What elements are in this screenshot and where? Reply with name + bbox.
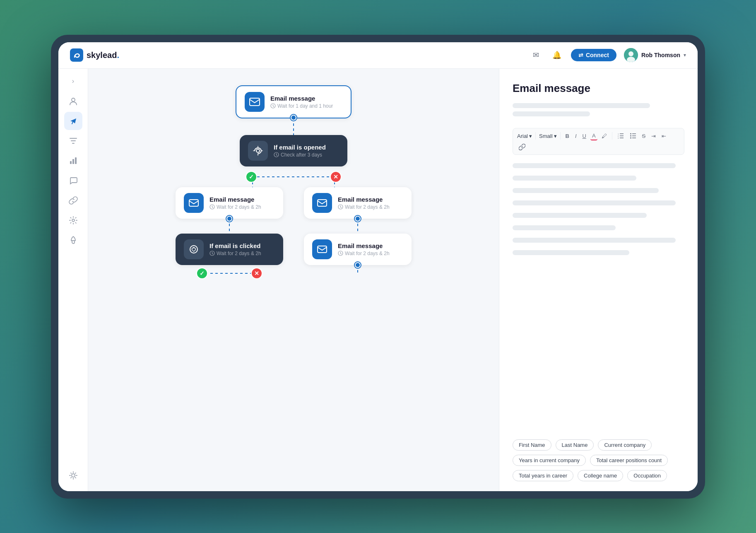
sidebar-item-users[interactable] bbox=[64, 92, 82, 110]
sidebar-item-settings[interactable] bbox=[64, 211, 82, 229]
panel-title: Email message bbox=[513, 82, 684, 95]
svg-point-11 bbox=[256, 149, 260, 152]
sidebar-item-filter[interactable] bbox=[64, 132, 82, 150]
sidebar-item-chat[interactable] bbox=[64, 171, 82, 190]
main-layout: › bbox=[58, 69, 698, 491]
tag-total-years-in-career[interactable]: Total years in career bbox=[513, 470, 573, 481]
toolbar-highlight[interactable]: 🖊 bbox=[600, 132, 609, 140]
bell-icon[interactable]: 🔔 bbox=[550, 48, 563, 62]
tag-college-name[interactable]: College name bbox=[578, 470, 623, 481]
toolbar-divider-1 bbox=[535, 132, 536, 140]
toolbar-indent-in[interactable]: ⇥ bbox=[650, 132, 657, 140]
text-line-1 bbox=[513, 163, 676, 168]
email3-subtitle: Wait for 2 days & 2h bbox=[338, 204, 390, 210]
email1-subtitle: Wait for 1 day and 1 hour bbox=[270, 103, 333, 109]
email2-bottom-connector bbox=[226, 216, 232, 222]
text-line-4 bbox=[513, 200, 676, 205]
email3-bottom-connector bbox=[355, 216, 361, 222]
node-email1[interactable]: Email message Wait for 1 day and 1 hour bbox=[236, 85, 352, 118]
text-line-2 bbox=[513, 176, 636, 181]
check1-title: If email is opened bbox=[274, 144, 326, 151]
connect-button[interactable]: ⇄ Connect bbox=[571, 49, 616, 61]
avatar bbox=[624, 48, 638, 62]
svg-rect-6 bbox=[75, 157, 77, 164]
toolbar-bold[interactable]: B bbox=[564, 132, 571, 140]
svg-point-1 bbox=[628, 51, 633, 56]
node-email2[interactable]: Email message Wait for 2 days & 2h bbox=[176, 187, 283, 219]
sidebar-item-analytics[interactable] bbox=[64, 152, 82, 170]
toolbar-italic[interactable]: I bbox=[573, 132, 578, 140]
toolbar-underline[interactable]: U bbox=[581, 132, 588, 140]
svg-rect-5 bbox=[72, 159, 74, 164]
check1-subtitle: Check after 3 days bbox=[274, 152, 326, 158]
toolbar-strikethrough[interactable]: S bbox=[640, 132, 648, 140]
svg-rect-13 bbox=[189, 200, 198, 206]
svg-rect-4 bbox=[70, 161, 72, 164]
toolbar-unordered-list[interactable] bbox=[628, 132, 638, 140]
svg-point-16 bbox=[193, 247, 195, 248]
email3-icon bbox=[312, 193, 332, 213]
header: skylead. ✉ 🔔 ⇄ Connect bbox=[58, 42, 698, 69]
user-name: Rob Thomson bbox=[641, 52, 680, 58]
email1-bottom-connector bbox=[291, 115, 296, 121]
email1-title: Email message bbox=[270, 95, 333, 102]
tag-total-career-positions-count[interactable]: Total career positions count bbox=[590, 455, 668, 466]
svg-point-33 bbox=[630, 137, 631, 139]
check2-title: If email is clicked bbox=[209, 242, 261, 249]
toolbar-link[interactable] bbox=[517, 143, 527, 151]
node-check2[interactable]: If email is clicked Wait for 2 days & 2h bbox=[176, 234, 283, 265]
tag-years-in-current-company[interactable]: Years in current company bbox=[513, 455, 586, 466]
svg-point-15 bbox=[190, 246, 197, 253]
svg-point-8 bbox=[72, 474, 75, 477]
toolbar-font-color[interactable]: A bbox=[590, 132, 597, 140]
tag-last-name[interactable]: Last Name bbox=[556, 439, 594, 451]
toolbar-ordered-list[interactable]: 123 bbox=[616, 132, 626, 140]
node-email4[interactable]: Email message Wait for 2 days & 2h bbox=[304, 234, 412, 265]
node-email3[interactable]: Email message Wait for 2 days & 2h bbox=[304, 187, 412, 219]
sidebar-item-links[interactable] bbox=[64, 191, 82, 210]
tag-current-company[interactable]: Current company bbox=[598, 439, 652, 451]
text-line-7 bbox=[513, 238, 676, 243]
email4-subtitle: Wait for 2 days & 2h bbox=[338, 251, 390, 256]
email2-icon bbox=[184, 193, 204, 213]
text-lines bbox=[513, 163, 684, 258]
header-right: ✉ 🔔 ⇄ Connect Rob Thomson ▾ bbox=[530, 48, 686, 62]
check2-subtitle: Wait for 2 days & 2h bbox=[209, 251, 261, 256]
chevron-down-icon: ▾ bbox=[684, 52, 686, 58]
check2-icon bbox=[184, 239, 204, 259]
check-icon-yes: ✓ bbox=[246, 171, 257, 183]
skeleton-section bbox=[513, 103, 684, 120]
node-check1[interactable]: If email is opened Check after 3 days bbox=[240, 135, 347, 166]
check1-icon bbox=[248, 141, 268, 161]
sidebar-item-launch[interactable] bbox=[64, 231, 82, 249]
sidebar-item-campaigns[interactable] bbox=[64, 112, 82, 130]
logo-text: skylead. bbox=[87, 51, 119, 60]
size-chevron: ▾ bbox=[554, 133, 557, 139]
svg-rect-18 bbox=[318, 200, 327, 206]
svg-point-3 bbox=[72, 98, 75, 101]
email3-title: Email message bbox=[338, 196, 390, 203]
flow-canvas[interactable]: Email message Wait for 1 day and 1 hour bbox=[88, 69, 499, 491]
toolbar-font[interactable]: Arial ▾ bbox=[517, 133, 532, 139]
svg-text:3: 3 bbox=[618, 137, 619, 139]
svg-point-31 bbox=[630, 133, 631, 135]
right-panel: Email message Arial ▾ Small ▾ bbox=[499, 69, 698, 491]
tag-first-name[interactable]: First Name bbox=[513, 439, 551, 451]
sidebar-toggle[interactable]: › bbox=[67, 75, 79, 87]
toolbar-divider-2 bbox=[560, 132, 561, 140]
tag-occupation[interactable]: Occupation bbox=[627, 470, 667, 481]
mail-icon[interactable]: ✉ bbox=[530, 48, 543, 62]
editor-content[interactable] bbox=[513, 163, 684, 428]
size-label: Small bbox=[539, 133, 553, 139]
sidebar-item-theme[interactable] bbox=[64, 466, 82, 485]
toolbar-indent-out[interactable]: ⇤ bbox=[660, 132, 668, 140]
toolbar-size[interactable]: Small ▾ bbox=[539, 133, 557, 139]
skeleton-line-2 bbox=[513, 111, 590, 116]
email1-content: Email message Wait for 1 day and 1 hour bbox=[270, 95, 333, 109]
svg-point-7 bbox=[72, 219, 75, 222]
svg-rect-20 bbox=[318, 246, 327, 253]
connect-icon: ⇄ bbox=[578, 52, 583, 58]
user-info[interactable]: Rob Thomson ▾ bbox=[624, 48, 686, 62]
check2-yes: ✓ bbox=[196, 268, 208, 279]
svg-point-32 bbox=[630, 135, 631, 137]
